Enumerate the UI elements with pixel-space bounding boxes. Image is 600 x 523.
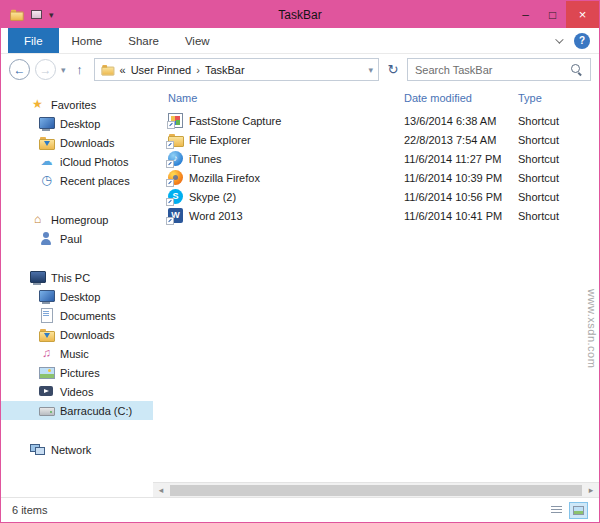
item-count: 6 items xyxy=(12,504,47,516)
sidebar-item-downloads[interactable]: Downloads xyxy=(1,133,153,152)
quick-access-toolbar: ▾ xyxy=(1,7,54,22)
scrollbar-thumb[interactable] xyxy=(170,485,582,496)
file-list-pane: Name Date modified Type FastStone Captur… xyxy=(153,85,599,497)
large-icons-view-icon xyxy=(573,506,584,515)
sidebar-item-label: Videos xyxy=(60,386,93,398)
sidebar-group-label: Homegroup xyxy=(51,214,108,226)
breadcrumb-user-pinned[interactable]: User Pinned xyxy=(131,64,192,76)
file-date: 11/6/2014 10:39 PM xyxy=(404,172,518,184)
cloud-icon: ☁ xyxy=(39,154,54,169)
sidebar-item-videos[interactable]: Videos xyxy=(1,382,153,401)
sidebar-item-icloud-photos[interactable]: ☁ iCloud Photos xyxy=(1,152,153,171)
horizontal-scrollbar[interactable]: ◂ ▸ xyxy=(153,482,599,497)
file-row[interactable]: S Skype (2) 11/6/2014 10:56 PM Shortcut xyxy=(153,187,599,206)
sidebar-item-paul[interactable]: Paul xyxy=(1,229,153,248)
breadcrumb-overflow[interactable]: « xyxy=(120,64,126,76)
file-row[interactable]: ♪ iTunes 11/6/2014 11:27 PM Shortcut xyxy=(153,149,599,168)
desktop-icon xyxy=(39,289,54,304)
file-row[interactable]: W Word 2013 11/6/2014 10:41 PM Shortcut xyxy=(153,206,599,225)
skype-icon: S xyxy=(168,189,183,204)
caption-buttons: – □ × xyxy=(512,1,599,28)
sidebar-item-downloads-pc[interactable]: Downloads xyxy=(1,325,153,344)
address-bar[interactable]: « User Pinned › TaskBar ▾ xyxy=(94,58,379,81)
column-header-type[interactable]: Type xyxy=(518,92,599,104)
app-icon[interactable] xyxy=(10,8,23,21)
sidebar-item-pictures[interactable]: Pictures xyxy=(1,363,153,382)
ribbon-tab-bar: File Home Share View ? xyxy=(1,28,599,54)
favorites-star-icon: ★ xyxy=(30,97,45,112)
sidebar-gap xyxy=(1,190,153,210)
sidebar-gap xyxy=(1,420,153,440)
download-arrow-icon xyxy=(44,333,50,338)
breadcrumb-taskbar[interactable]: TaskBar xyxy=(205,64,245,76)
file-date: 11/6/2014 11:27 PM xyxy=(404,153,518,165)
file-date: 13/6/2014 6:38 AM xyxy=(404,115,518,127)
close-button[interactable]: × xyxy=(566,1,599,28)
sidebar-item-desktop-pc[interactable]: Desktop xyxy=(1,287,153,306)
navigation-bar: ← → ▾ ↑ « User Pinned › TaskBar ▾ ↻ xyxy=(1,54,599,85)
download-arrow-icon xyxy=(44,141,50,146)
word-icon: W xyxy=(168,208,183,223)
file-date: 11/6/2014 10:41 PM xyxy=(404,210,518,222)
file-type: Shortcut xyxy=(518,191,599,203)
tab-view[interactable]: View xyxy=(172,28,223,53)
details-view-button[interactable] xyxy=(547,502,566,519)
this-pc-icon xyxy=(30,270,45,285)
qat-properties-icon[interactable] xyxy=(31,10,42,19)
qat-caret-down-icon[interactable]: ▾ xyxy=(49,10,54,20)
file-explorer-icon xyxy=(168,132,183,147)
minimize-button[interactable]: – xyxy=(512,1,539,28)
sidebar-group-homegroup[interactable]: ⌂ Homegroup xyxy=(1,210,153,229)
file-type: Shortcut xyxy=(518,115,599,127)
recent-locations-caret-icon[interactable]: ▾ xyxy=(61,65,66,75)
file-row[interactable]: FastStone Capture 13/6/2014 6:38 AM Shor… xyxy=(153,111,599,130)
forward-button[interactable]: → xyxy=(35,59,56,80)
sidebar-item-label: Downloads xyxy=(60,137,114,149)
file-row[interactable]: File Explorer 22/8/2013 7:54 AM Shortcut xyxy=(153,130,599,149)
sidebar-item-label: Pictures xyxy=(60,367,100,379)
tab-home[interactable]: Home xyxy=(59,28,116,53)
sidebar-item-desktop[interactable]: Desktop xyxy=(1,114,153,133)
file-row[interactable]: Mozilla Firefox 11/6/2014 10:39 PM Short… xyxy=(153,168,599,187)
sidebar-item-documents[interactable]: Documents xyxy=(1,306,153,325)
back-button[interactable]: ← xyxy=(9,59,30,80)
sidebar-item-music[interactable]: ♫ Music xyxy=(1,344,153,363)
view-toggle-buttons xyxy=(547,502,588,519)
refresh-button[interactable]: ↻ xyxy=(384,62,402,77)
sidebar-group-favorites[interactable]: ★ Favorites xyxy=(1,95,153,114)
titlebar[interactable]: ▾ TaskBar – □ × xyxy=(1,1,599,28)
tab-share[interactable]: Share xyxy=(115,28,172,53)
main-area: ★ Favorites Desktop Downloads ☁ iCloud P… xyxy=(1,85,599,497)
expand-ribbon-chevron-icon[interactable] xyxy=(555,35,563,43)
network-icon xyxy=(30,442,45,457)
sidebar-group-network[interactable]: Network xyxy=(1,440,153,459)
shortcut-overlay-icon xyxy=(167,142,173,148)
scroll-left-arrow-icon[interactable]: ◂ xyxy=(153,483,169,498)
maximize-button[interactable]: □ xyxy=(539,1,566,28)
scroll-right-arrow-icon[interactable]: ▸ xyxy=(583,483,599,498)
column-header-name[interactable]: Name xyxy=(168,92,404,104)
sidebar-item-label: Downloads xyxy=(60,329,114,341)
large-icons-view-button[interactable] xyxy=(569,502,588,519)
address-caret-down-icon[interactable]: ▾ xyxy=(368,65,373,75)
search-input[interactable] xyxy=(415,64,566,76)
sidebar-group-this-pc[interactable]: This PC xyxy=(1,268,153,287)
status-bar: 6 items xyxy=(1,497,599,522)
homegroup-house-icon: ⌂ xyxy=(30,212,45,227)
search-box[interactable] xyxy=(407,58,591,81)
file-type: Shortcut xyxy=(518,153,599,165)
sidebar-item-label: iCloud Photos xyxy=(60,156,129,168)
sidebar-item-recent-places[interactable]: ◷ Recent places xyxy=(1,171,153,190)
firefox-icon xyxy=(168,170,183,185)
file-name: Skype (2) xyxy=(189,191,236,203)
file-type: Shortcut xyxy=(518,134,599,146)
up-one-level-button[interactable]: ↑ xyxy=(71,62,89,77)
sidebar-group-label: This PC xyxy=(51,272,90,284)
desktop-icon xyxy=(39,116,54,131)
help-icon[interactable]: ? xyxy=(574,33,590,49)
sidebar-item-barracuda-c[interactable]: Barracuda (C:) xyxy=(1,401,153,420)
tab-file[interactable]: File xyxy=(8,28,59,53)
file-name: iTunes xyxy=(189,153,222,165)
column-headers: Name Date modified Type xyxy=(153,85,599,111)
column-header-date-modified[interactable]: Date modified xyxy=(404,92,518,104)
